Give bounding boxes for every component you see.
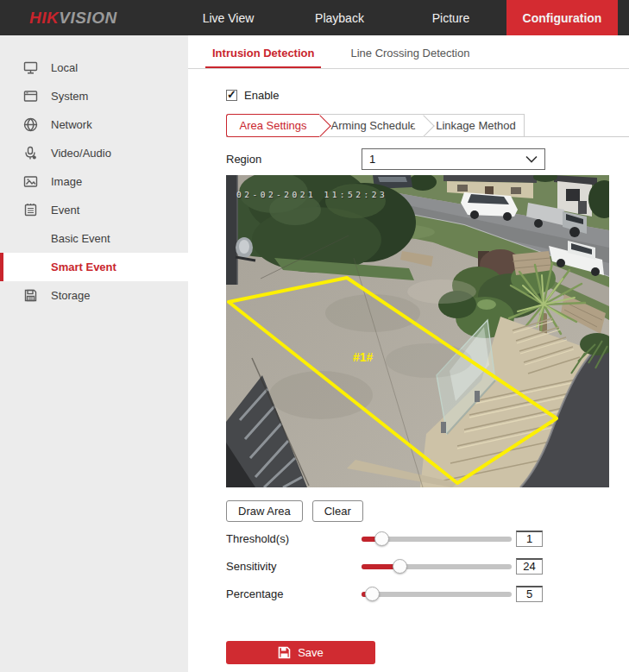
enable-label: Enable bbox=[244, 89, 279, 102]
sidebar-item-label: Smart Event bbox=[51, 261, 116, 273]
region-selected-value: 1 bbox=[369, 153, 525, 166]
sidebar-item-image[interactable]: Image bbox=[0, 167, 188, 196]
monitor-icon bbox=[23, 60, 38, 75]
event-list-icon bbox=[23, 203, 38, 217]
percentage-label: Percentage bbox=[226, 587, 362, 600]
sidebar-item-label: Basic Event bbox=[51, 232, 110, 245]
sidebar-item-storage[interactable]: Storage bbox=[0, 281, 188, 310]
enable-checkbox[interactable] bbox=[226, 90, 237, 101]
sidebar-item-label: System bbox=[51, 90, 88, 103]
detection-tabs: Intrusion Detection Line Crossing Detect… bbox=[188, 35, 629, 69]
image-icon bbox=[23, 174, 38, 189]
sidebar-item-event[interactable]: Event bbox=[0, 196, 188, 224]
nav-playback[interactable]: Playback bbox=[284, 0, 395, 35]
enable-row: Enable bbox=[226, 88, 629, 102]
sidebar-item-label: Local bbox=[51, 61, 78, 74]
microphone-icon bbox=[23, 146, 38, 160]
camera-snapshot: 02-02-2021 11:52:23 02-02-2021 11:52:23 … bbox=[226, 175, 609, 487]
top-nav: Live View Playback Picture Configuration bbox=[173, 0, 618, 35]
hikvision-logo: HIKVISION bbox=[29, 9, 117, 28]
settings-subtabs: Area Settings Arming Schedule Linkage Me… bbox=[226, 113, 629, 137]
nav-configuration[interactable]: Configuration bbox=[506, 0, 618, 35]
content-area: Intrusion Detection Line Crossing Detect… bbox=[188, 35, 629, 672]
svg-text:02-02-2021 11:52:23: 02-02-2021 11:52:23 bbox=[236, 190, 387, 199]
tab-line-crossing-detection[interactable]: Line Crossing Detection bbox=[343, 35, 476, 68]
draw-area-button[interactable]: Draw Area bbox=[226, 500, 303, 522]
logo-hik: HIK bbox=[29, 9, 59, 27]
sensitivity-label: Sensitivity bbox=[226, 560, 362, 573]
logo-vision: VISION bbox=[59, 9, 116, 27]
osd-timestamp: 02-02-2021 11:52:23 02-02-2021 11:52:23 bbox=[236, 190, 388, 200]
threshold-label: Threshold(s) bbox=[226, 532, 362, 545]
topbar: HIKVISION Live View Playback Picture Con… bbox=[0, 0, 629, 35]
sensitivity-value[interactable]: 24 bbox=[516, 558, 543, 575]
sidebar: Local System Network Video/Audio Image bbox=[0, 35, 188, 672]
slider-thumb[interactable] bbox=[393, 559, 407, 574]
sidebar-item-label: Event bbox=[51, 204, 79, 217]
nav-live-view[interactable]: Live View bbox=[173, 0, 284, 35]
sidebar-item-smart-event[interactable]: Smart Event bbox=[0, 253, 188, 281]
slider-thumb[interactable] bbox=[374, 531, 389, 546]
sidebar-item-label: Network bbox=[51, 118, 92, 131]
region-label: Region bbox=[226, 153, 362, 166]
region-select[interactable]: 1 bbox=[362, 148, 545, 170]
sensitivity-row: Sensitivity 24 bbox=[226, 558, 629, 574]
save-label: Save bbox=[298, 646, 324, 659]
sidebar-item-label: Video/Audio bbox=[51, 147, 111, 160]
draw-buttons-row: Draw Area Clear bbox=[226, 500, 629, 522]
subtab-area-settings[interactable]: Area Settings bbox=[226, 114, 319, 137]
tab-intrusion-detection[interactable]: Intrusion Detection bbox=[205, 35, 321, 68]
slider-thumb[interactable] bbox=[365, 587, 380, 601]
globe-icon bbox=[23, 117, 38, 132]
threshold-value[interactable]: 1 bbox=[516, 531, 543, 547]
save-floppy-icon bbox=[278, 646, 291, 659]
slider-track[interactable] bbox=[362, 592, 512, 597]
subtab-arming-schedule[interactable]: Arming Schedule bbox=[319, 114, 423, 136]
sidebar-item-label: Storage bbox=[51, 289, 91, 302]
sidebar-item-label: Image bbox=[51, 175, 82, 188]
camera-preview[interactable]: 02-02-2021 11:52:23 02-02-2021 11:52:23 … bbox=[226, 175, 609, 487]
system-window-icon bbox=[23, 89, 38, 104]
sidebar-item-system[interactable]: System bbox=[0, 82, 188, 110]
save-button[interactable]: Save bbox=[226, 641, 375, 664]
chevron-down-icon bbox=[525, 155, 538, 163]
percentage-slider[interactable] bbox=[362, 586, 512, 601]
sidebar-item-basic-event[interactable]: Basic Event bbox=[0, 224, 188, 253]
subtab-linkage-method[interactable]: Linkage Method bbox=[423, 114, 525, 136]
storage-floppy-icon bbox=[23, 288, 38, 303]
percentage-row: Percentage 5 bbox=[226, 586, 629, 601]
sidebar-item-network[interactable]: Network bbox=[0, 110, 188, 139]
nav-picture[interactable]: Picture bbox=[395, 0, 506, 35]
sidebar-item-video-audio[interactable]: Video/Audio bbox=[0, 139, 188, 167]
region-row: Region 1 bbox=[226, 148, 629, 170]
intrusion-detection-panel: Enable Area Settings Arming Schedule Lin… bbox=[188, 69, 629, 664]
clear-button[interactable]: Clear bbox=[312, 500, 363, 522]
percentage-value[interactable]: 5 bbox=[516, 586, 543, 602]
sidebar-item-local[interactable]: Local bbox=[0, 53, 188, 82]
sensitivity-slider[interactable] bbox=[362, 558, 512, 574]
threshold-row: Threshold(s) 1 bbox=[226, 531, 629, 546]
detection-region-label: #1# bbox=[353, 350, 374, 364]
threshold-slider[interactable] bbox=[362, 531, 512, 546]
